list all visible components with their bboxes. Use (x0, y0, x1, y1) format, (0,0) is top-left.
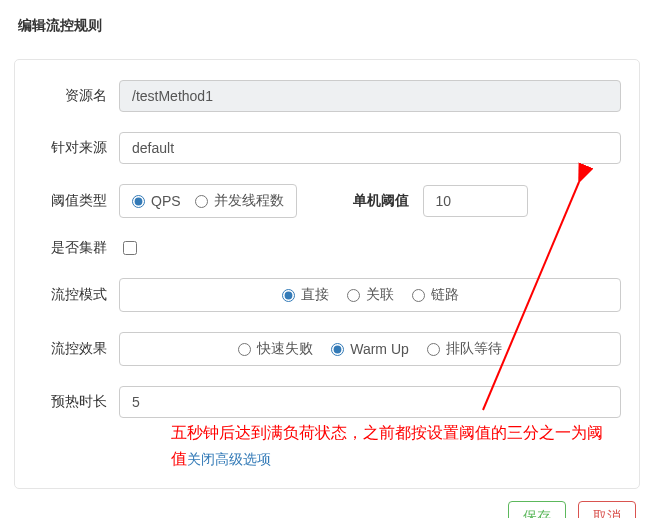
label-threshold-type: 阈值类型 (33, 192, 119, 210)
radio-qps[interactable]: QPS (132, 193, 181, 209)
radio-direct[interactable]: 直接 (282, 286, 329, 304)
row-limit-app: 针对来源 (33, 132, 621, 164)
cluster-checkbox[interactable] (123, 241, 137, 255)
row-resource: 资源名 /testMethod1 (33, 80, 621, 112)
toggle-advanced-link[interactable]: 关闭高级选项 (187, 451, 271, 467)
label-mode: 流控模式 (33, 286, 119, 304)
label-resource: 资源名 (33, 87, 119, 105)
cancel-button[interactable]: 取消 (578, 501, 636, 518)
radio-queue[interactable]: 排队等待 (427, 340, 502, 358)
warmup-period-input[interactable] (119, 386, 621, 418)
label-single-threshold: 单机阈值 (353, 192, 409, 210)
radio-chain[interactable]: 链路 (412, 286, 459, 304)
row-warmup: 预热时长 (33, 386, 621, 418)
resource-name-field: /testMethod1 (119, 80, 621, 112)
dialog-title: 编辑流控规则 (0, 0, 654, 49)
form-panel: 资源名 /testMethod1 针对来源 阈值类型 QPS 并发线程数 单机阈… (14, 59, 640, 489)
label-cluster: 是否集群 (33, 239, 119, 257)
radio-relate[interactable]: 关联 (347, 286, 394, 304)
label-limit-app: 针对来源 (33, 139, 119, 157)
row-effect: 流控效果 快速失败 Warm Up 排队等待 (33, 332, 621, 366)
dialog-footer: 保存 取消 (0, 489, 654, 518)
row-threshold-type: 阈值类型 QPS 并发线程数 单机阈值 (33, 184, 621, 218)
label-effect: 流控效果 (33, 340, 119, 358)
annotation-text: 五秒钟后达到满负荷状态，之前都按设置阈值的三分之一为阈值关闭高级选项 (171, 420, 611, 471)
single-threshold-input[interactable] (423, 185, 528, 217)
radio-thread[interactable]: 并发线程数 (195, 192, 284, 210)
label-warmup: 预热时长 (33, 393, 119, 411)
effect-group: 快速失败 Warm Up 排队等待 (119, 332, 621, 366)
row-cluster: 是否集群 (33, 238, 621, 258)
radio-fail[interactable]: 快速失败 (238, 340, 313, 358)
save-button[interactable]: 保存 (508, 501, 566, 518)
row-mode: 流控模式 直接 关联 链路 (33, 278, 621, 312)
mode-group: 直接 关联 链路 (119, 278, 621, 312)
radio-warmup[interactable]: Warm Up (331, 341, 409, 357)
threshold-type-group: QPS 并发线程数 (119, 184, 297, 218)
limit-app-input[interactable] (119, 132, 621, 164)
